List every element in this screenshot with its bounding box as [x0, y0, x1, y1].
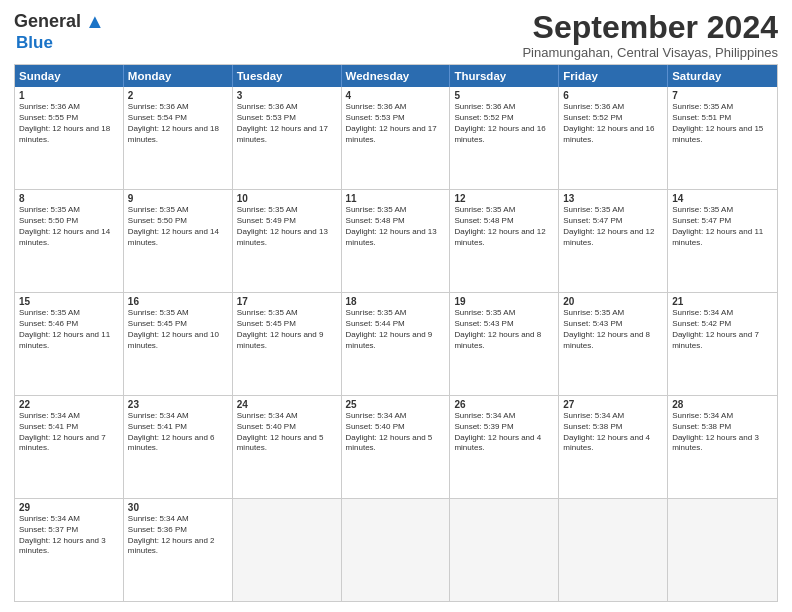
cell-info: Sunrise: 5:35 AM Sunset: 5:48 PM Dayligh… — [346, 205, 446, 248]
cell-info: Sunrise: 5:35 AM Sunset: 5:45 PM Dayligh… — [128, 308, 228, 351]
cell-info: Sunrise: 5:35 AM Sunset: 5:48 PM Dayligh… — [454, 205, 554, 248]
cell-1-thu: 5 Sunrise: 5:36 AM Sunset: 5:52 PM Dayli… — [450, 87, 559, 189]
day-number: 2 — [128, 90, 228, 101]
cell-info: Sunrise: 5:36 AM Sunset: 5:55 PM Dayligh… — [19, 102, 119, 145]
title-block: September 2024 Pinamungahan, Central Vis… — [522, 10, 778, 60]
cell-4-wed: 25 Sunrise: 5:34 AM Sunset: 5:40 PM Dayl… — [342, 396, 451, 498]
month-title: September 2024 — [522, 10, 778, 45]
cell-info: Sunrise: 5:34 AM Sunset: 5:37 PM Dayligh… — [19, 514, 119, 557]
day-number: 5 — [454, 90, 554, 101]
cell-4-fri: 27 Sunrise: 5:34 AM Sunset: 5:38 PM Dayl… — [559, 396, 668, 498]
cell-info: Sunrise: 5:35 AM Sunset: 5:44 PM Dayligh… — [346, 308, 446, 351]
cell-info: Sunrise: 5:34 AM Sunset: 5:39 PM Dayligh… — [454, 411, 554, 454]
cell-5-sat-empty — [668, 499, 777, 601]
day-number: 26 — [454, 399, 554, 410]
day-number: 1 — [19, 90, 119, 101]
cell-info: Sunrise: 5:34 AM Sunset: 5:38 PM Dayligh… — [672, 411, 773, 454]
day-number: 27 — [563, 399, 663, 410]
day-number: 28 — [672, 399, 773, 410]
day-number: 12 — [454, 193, 554, 204]
day-number: 9 — [128, 193, 228, 204]
day-number: 24 — [237, 399, 337, 410]
header-tuesday: Tuesday — [233, 65, 342, 87]
cell-5-mon: 30 Sunrise: 5:34 AM Sunset: 5:36 PM Dayl… — [124, 499, 233, 601]
cell-4-sat: 28 Sunrise: 5:34 AM Sunset: 5:38 PM Dayl… — [668, 396, 777, 498]
day-number: 15 — [19, 296, 119, 307]
day-number: 21 — [672, 296, 773, 307]
cell-2-sun: 8 Sunrise: 5:35 AM Sunset: 5:50 PM Dayli… — [15, 190, 124, 292]
day-number: 17 — [237, 296, 337, 307]
cell-info: Sunrise: 5:36 AM Sunset: 5:52 PM Dayligh… — [563, 102, 663, 145]
cell-4-tue: 24 Sunrise: 5:34 AM Sunset: 5:40 PM Dayl… — [233, 396, 342, 498]
cell-2-fri: 13 Sunrise: 5:35 AM Sunset: 5:47 PM Dayl… — [559, 190, 668, 292]
cell-info: Sunrise: 5:34 AM Sunset: 5:41 PM Dayligh… — [128, 411, 228, 454]
cell-4-thu: 26 Sunrise: 5:34 AM Sunset: 5:39 PM Dayl… — [450, 396, 559, 498]
cell-3-thu: 19 Sunrise: 5:35 AM Sunset: 5:43 PM Dayl… — [450, 293, 559, 395]
header-friday: Friday — [559, 65, 668, 87]
cell-info: Sunrise: 5:35 AM Sunset: 5:49 PM Dayligh… — [237, 205, 337, 248]
day-number: 7 — [672, 90, 773, 101]
cell-info: Sunrise: 5:35 AM Sunset: 5:47 PM Dayligh… — [672, 205, 773, 248]
cell-5-wed-empty — [342, 499, 451, 601]
cell-1-tue: 3 Sunrise: 5:36 AM Sunset: 5:53 PM Dayli… — [233, 87, 342, 189]
header-wednesday: Wednesday — [342, 65, 451, 87]
cell-info: Sunrise: 5:34 AM Sunset: 5:40 PM Dayligh… — [237, 411, 337, 454]
header: General ▲ Blue September 2024 Pinamungah… — [14, 10, 778, 60]
day-number: 20 — [563, 296, 663, 307]
cell-info: Sunrise: 5:34 AM Sunset: 5:40 PM Dayligh… — [346, 411, 446, 454]
cell-info: Sunrise: 5:36 AM Sunset: 5:53 PM Dayligh… — [237, 102, 337, 145]
logo: General ▲ Blue — [14, 10, 105, 53]
cell-info: Sunrise: 5:36 AM Sunset: 5:52 PM Dayligh… — [454, 102, 554, 145]
calendar-header: Sunday Monday Tuesday Wednesday Thursday… — [15, 65, 777, 87]
day-number: 16 — [128, 296, 228, 307]
cell-info: Sunrise: 5:35 AM Sunset: 5:51 PM Dayligh… — [672, 102, 773, 145]
day-number: 6 — [563, 90, 663, 101]
day-number: 29 — [19, 502, 119, 513]
calendar: Sunday Monday Tuesday Wednesday Thursday… — [14, 64, 778, 602]
day-number: 23 — [128, 399, 228, 410]
week-row-2: 8 Sunrise: 5:35 AM Sunset: 5:50 PM Dayli… — [15, 189, 777, 292]
cell-3-mon: 16 Sunrise: 5:35 AM Sunset: 5:45 PM Dayl… — [124, 293, 233, 395]
week-row-4: 22 Sunrise: 5:34 AM Sunset: 5:41 PM Dayl… — [15, 395, 777, 498]
day-number: 11 — [346, 193, 446, 204]
cell-3-sat: 21 Sunrise: 5:34 AM Sunset: 5:42 PM Dayl… — [668, 293, 777, 395]
cell-1-wed: 4 Sunrise: 5:36 AM Sunset: 5:53 PM Dayli… — [342, 87, 451, 189]
logo-bird-icon: ▲ — [85, 10, 105, 33]
week-row-3: 15 Sunrise: 5:35 AM Sunset: 5:46 PM Dayl… — [15, 292, 777, 395]
cell-3-fri: 20 Sunrise: 5:35 AM Sunset: 5:43 PM Dayl… — [559, 293, 668, 395]
cell-info: Sunrise: 5:36 AM Sunset: 5:53 PM Dayligh… — [346, 102, 446, 145]
logo-blue-text: Blue — [16, 33, 53, 53]
day-number: 14 — [672, 193, 773, 204]
cell-5-thu-empty — [450, 499, 559, 601]
day-number: 22 — [19, 399, 119, 410]
cell-2-wed: 11 Sunrise: 5:35 AM Sunset: 5:48 PM Dayl… — [342, 190, 451, 292]
day-number: 13 — [563, 193, 663, 204]
cell-info: Sunrise: 5:34 AM Sunset: 5:36 PM Dayligh… — [128, 514, 228, 557]
week-row-5: 29 Sunrise: 5:34 AM Sunset: 5:37 PM Dayl… — [15, 498, 777, 601]
day-number: 30 — [128, 502, 228, 513]
day-number: 3 — [237, 90, 337, 101]
cell-3-sun: 15 Sunrise: 5:35 AM Sunset: 5:46 PM Dayl… — [15, 293, 124, 395]
cell-info: Sunrise: 5:34 AM Sunset: 5:38 PM Dayligh… — [563, 411, 663, 454]
day-number: 10 — [237, 193, 337, 204]
cell-2-tue: 10 Sunrise: 5:35 AM Sunset: 5:49 PM Dayl… — [233, 190, 342, 292]
cell-info: Sunrise: 5:35 AM Sunset: 5:50 PM Dayligh… — [128, 205, 228, 248]
header-sunday: Sunday — [15, 65, 124, 87]
cell-4-sun: 22 Sunrise: 5:34 AM Sunset: 5:41 PM Dayl… — [15, 396, 124, 498]
logo-general: General — [14, 11, 81, 32]
cell-3-wed: 18 Sunrise: 5:35 AM Sunset: 5:44 PM Dayl… — [342, 293, 451, 395]
page: General ▲ Blue September 2024 Pinamungah… — [0, 0, 792, 612]
cell-4-mon: 23 Sunrise: 5:34 AM Sunset: 5:41 PM Dayl… — [124, 396, 233, 498]
cell-info: Sunrise: 5:35 AM Sunset: 5:45 PM Dayligh… — [237, 308, 337, 351]
cell-5-fri-empty — [559, 499, 668, 601]
cell-3-tue: 17 Sunrise: 5:35 AM Sunset: 5:45 PM Dayl… — [233, 293, 342, 395]
cell-2-sat: 14 Sunrise: 5:35 AM Sunset: 5:47 PM Dayl… — [668, 190, 777, 292]
cell-info: Sunrise: 5:35 AM Sunset: 5:50 PM Dayligh… — [19, 205, 119, 248]
day-number: 19 — [454, 296, 554, 307]
week-row-1: 1 Sunrise: 5:36 AM Sunset: 5:55 PM Dayli… — [15, 87, 777, 189]
cell-info: Sunrise: 5:36 AM Sunset: 5:54 PM Dayligh… — [128, 102, 228, 145]
day-number: 8 — [19, 193, 119, 204]
calendar-body: 1 Sunrise: 5:36 AM Sunset: 5:55 PM Dayli… — [15, 87, 777, 601]
cell-info: Sunrise: 5:35 AM Sunset: 5:43 PM Dayligh… — [454, 308, 554, 351]
cell-info: Sunrise: 5:35 AM Sunset: 5:46 PM Dayligh… — [19, 308, 119, 351]
